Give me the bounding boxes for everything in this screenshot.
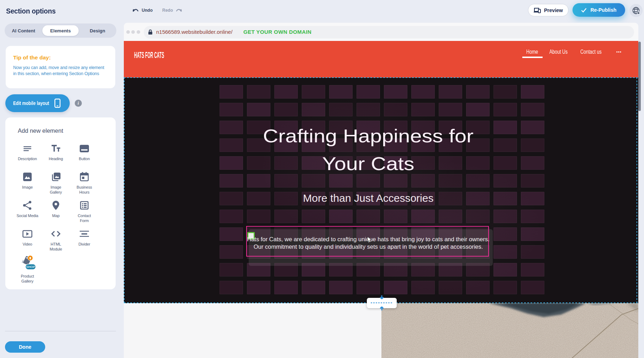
svg-text:SHOP: SHOP — [26, 265, 35, 269]
